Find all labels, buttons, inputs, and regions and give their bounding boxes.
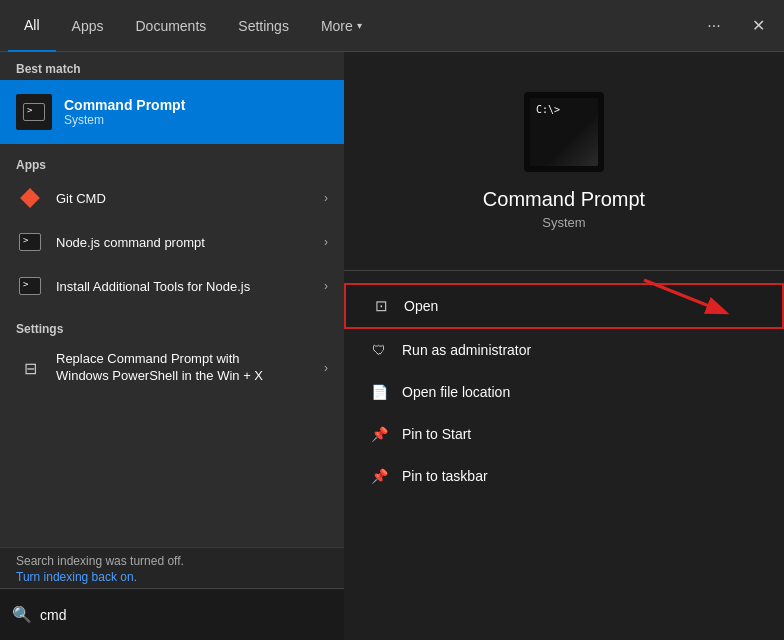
left-panel: Best match Command Prompt System Apps [0, 52, 344, 640]
app-detail-name: Command Prompt [483, 188, 645, 211]
settings-section: Settings ⊟ Replace Command Prompt withWi… [0, 312, 344, 396]
search-bar: 🔍 [0, 588, 344, 640]
start-menu: All Apps Documents Settings More ▾ ··· ✕ [0, 0, 784, 640]
app-detail: Command Prompt System [344, 52, 784, 266]
more-dropdown-arrow: ▾ [357, 20, 362, 31]
settings-item-replace-powershell[interactable]: ⊟ Replace Command Prompt withWindows Pow… [0, 340, 344, 396]
best-match-text: Command Prompt System [64, 97, 185, 127]
git-cmd-arrow: › [324, 191, 328, 205]
nav-bar: All Apps Documents Settings More ▾ ··· ✕ [0, 0, 784, 52]
pin-to-taskbar-icon: 📌 [368, 465, 390, 487]
search-icon: 🔍 [12, 605, 32, 624]
divider [344, 270, 784, 271]
context-menu: ⊡ Open 🛡 Run as administrator 📄 Open fil… [344, 279, 784, 501]
tab-documents[interactable]: Documents [119, 0, 222, 52]
settings-replace-label: Replace Command Prompt withWindows Power… [56, 351, 324, 385]
tab-more[interactable]: More ▾ [305, 0, 378, 52]
best-match-subtitle: System [64, 113, 185, 127]
bottom-notice: Search indexing was turned off. Turn ind… [0, 547, 344, 588]
best-match-label: Best match [0, 52, 344, 80]
apps-section-label: Apps [0, 148, 344, 176]
git-cmd-icon [16, 184, 44, 212]
pin-to-taskbar-label: Pin to taskbar [402, 468, 488, 484]
install-tools-label: Install Additional Tools for Node.js [56, 279, 324, 294]
open-icon: ⊡ [370, 295, 392, 317]
search-input[interactable] [40, 607, 332, 623]
install-tools-arrow: › [324, 279, 328, 293]
cmd-screen-graphic [530, 98, 598, 166]
app-item-git-cmd[interactable]: Git CMD › [0, 176, 344, 220]
install-tools-icon [16, 272, 44, 300]
settings-section-label: Settings [0, 312, 344, 340]
tab-all[interactable]: All [8, 0, 56, 52]
pin-to-start-label: Pin to Start [402, 426, 471, 442]
nodejs-icon [16, 228, 44, 256]
right-panel: Command Prompt System ⊡ Open 🛡 Run as ad… [344, 52, 784, 640]
open-file-location-icon: 📄 [368, 381, 390, 403]
context-menu-pin-to-start[interactable]: 📌 Pin to Start [344, 413, 784, 455]
settings-replace-arrow: › [324, 361, 328, 375]
run-as-admin-label: Run as administrator [402, 342, 531, 358]
context-menu-run-as-admin[interactable]: 🛡 Run as administrator [344, 329, 784, 371]
pin-to-start-icon: 📌 [368, 423, 390, 445]
best-match-item[interactable]: Command Prompt System [0, 80, 344, 144]
tab-settings[interactable]: Settings [222, 0, 305, 52]
app-item-install-tools[interactable]: Install Additional Tools for Node.js › [0, 264, 344, 308]
nav-icons: ··· ✕ [696, 8, 776, 44]
app-detail-icon [524, 92, 604, 172]
notice-text: Search indexing was turned off. [16, 554, 184, 568]
context-menu-open[interactable]: ⊡ Open [344, 283, 784, 329]
notice-link[interactable]: Turn indexing back on. [16, 570, 328, 584]
context-menu-pin-to-taskbar[interactable]: 📌 Pin to taskbar [344, 455, 784, 497]
run-as-admin-icon: 🛡 [368, 339, 390, 361]
content-area: Best match Command Prompt System Apps [0, 52, 784, 640]
nodejs-label: Node.js command prompt [56, 235, 324, 250]
open-file-location-label: Open file location [402, 384, 510, 400]
best-match-title: Command Prompt [64, 97, 185, 113]
apps-section: Apps Git CMD › Node.js command prompt › [0, 148, 344, 308]
open-label: Open [404, 298, 438, 314]
close-button[interactable]: ✕ [740, 8, 776, 44]
git-cmd-label: Git CMD [56, 191, 324, 206]
tab-apps[interactable]: Apps [56, 0, 120, 52]
app-item-nodejs[interactable]: Node.js command prompt › [0, 220, 344, 264]
nodejs-arrow: › [324, 235, 328, 249]
settings-replace-icon: ⊟ [16, 354, 44, 382]
context-menu-open-file-location[interactable]: 📄 Open file location [344, 371, 784, 413]
app-detail-sub: System [542, 215, 585, 230]
ellipsis-button[interactable]: ··· [696, 8, 732, 44]
cmd-icon-best-match [16, 94, 52, 130]
